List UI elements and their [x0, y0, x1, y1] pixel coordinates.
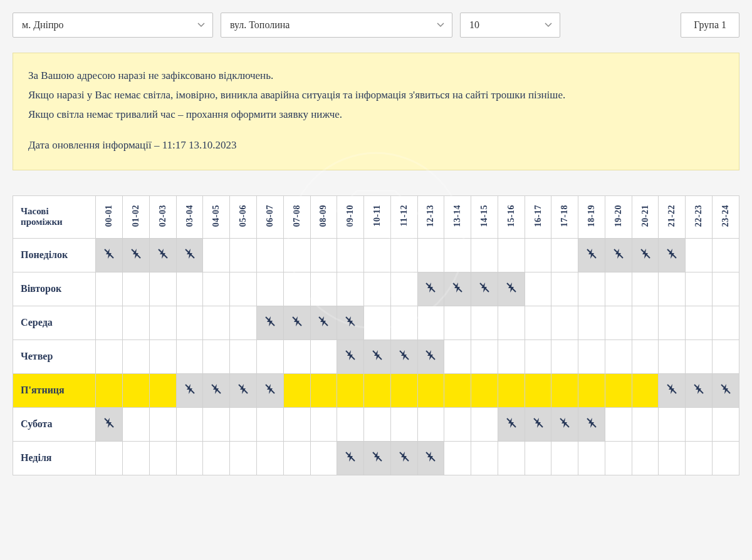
time-slot-label: 00-01 — [104, 202, 114, 229]
time-cell — [176, 373, 203, 407]
time-cell — [123, 373, 150, 407]
outage-icon — [344, 454, 357, 465]
time-column-header: 13-14 — [444, 195, 471, 238]
time-slot-label: 02-03 — [158, 202, 168, 229]
time-cell — [230, 306, 257, 340]
time-cell — [686, 306, 713, 340]
time-cell — [256, 373, 283, 407]
time-cell — [713, 306, 739, 340]
time-cell — [256, 306, 283, 340]
time-cell — [256, 340, 283, 373]
time-cell — [123, 407, 150, 441]
time-cell — [498, 272, 525, 306]
time-cell — [632, 407, 659, 441]
time-cell — [123, 441, 150, 475]
time-cell — [123, 238, 150, 272]
time-cell — [256, 441, 283, 475]
outage-icon — [424, 353, 437, 363]
time-cell — [96, 306, 123, 340]
time-cell — [605, 238, 632, 272]
time-cell — [471, 441, 498, 475]
time-cell — [364, 272, 391, 306]
time-slot-label: 19-20 — [614, 202, 624, 229]
time-cell — [176, 340, 203, 373]
time-slot-label: 05-06 — [238, 202, 248, 229]
outage-icon — [612, 251, 625, 262]
outage-icon — [130, 251, 142, 262]
outage-schedule-table: Часові проміжки00-0101-0202-0303-0404-05… — [13, 195, 739, 475]
outage-icon — [317, 319, 330, 329]
time-slot-label: 06-07 — [265, 202, 275, 229]
time-slot-label: 03-04 — [185, 202, 195, 229]
time-column-header: 01-02 — [123, 195, 150, 238]
day-label: Понеділок — [13, 238, 96, 272]
table-row: Неділя — [13, 441, 739, 475]
time-cell — [230, 373, 257, 407]
time-slot-label: 10-11 — [372, 202, 382, 229]
time-cell — [310, 238, 337, 272]
notice-line-2: Якщо наразі у Вас немає світла, імовірно… — [28, 86, 724, 105]
chevron-down-icon — [437, 23, 444, 28]
time-cell — [578, 272, 605, 306]
time-slot-label: 07-08 — [292, 202, 302, 229]
time-cell — [283, 340, 310, 373]
table-header: Часові проміжки00-0101-0202-0303-0404-05… — [13, 195, 739, 238]
outage-icon — [478, 285, 491, 296]
time-cell — [230, 272, 257, 306]
time-cell — [471, 272, 498, 306]
street-select[interactable]: вул. Тополина — [221, 13, 452, 38]
day-label: Субота — [13, 407, 96, 441]
time-cell — [283, 373, 310, 407]
time-cell — [310, 340, 337, 373]
time-cell — [230, 407, 257, 441]
day-label: Неділя — [13, 441, 96, 475]
time-cell — [444, 272, 471, 306]
time-column-header: 09-10 — [337, 195, 364, 238]
time-cell — [498, 238, 525, 272]
time-column-header: 18-19 — [578, 195, 605, 238]
day-label: Четвер — [13, 340, 96, 373]
time-cell — [230, 340, 257, 373]
time-cell — [659, 272, 686, 306]
time-cell — [123, 306, 150, 340]
outage-icon — [291, 319, 303, 329]
time-cell — [551, 306, 578, 340]
time-cell — [713, 373, 739, 407]
time-cell — [176, 441, 203, 475]
time-cell — [632, 340, 659, 373]
group-label: Група 1 — [694, 19, 726, 30]
time-cell — [149, 373, 176, 407]
notice-line-1: За Вашою адресою наразі не зафіксовано в… — [28, 67, 724, 85]
outage-icon — [692, 386, 705, 397]
time-cell — [176, 272, 203, 306]
time-cell — [525, 238, 551, 272]
time-cell — [176, 238, 203, 272]
time-cell — [498, 306, 525, 340]
time-column-header: 04-05 — [203, 195, 230, 238]
time-cell — [96, 407, 123, 441]
time-cell — [310, 272, 337, 306]
time-column-header: 00-01 — [96, 195, 123, 238]
notice-update-date: Дата оновлення інформації – 11:17 13.10.… — [28, 137, 724, 155]
house-select[interactable]: 10 — [460, 13, 560, 38]
chevron-down-icon — [197, 23, 205, 28]
time-cell — [390, 238, 417, 272]
time-cell — [230, 441, 257, 475]
outage-icon — [184, 251, 196, 262]
time-cell — [686, 238, 713, 272]
city-select[interactable]: м. Дніпро — [13, 13, 213, 38]
time-cell — [605, 373, 632, 407]
time-column-header: 08-09 — [310, 195, 337, 238]
time-column-header: 20-21 — [632, 195, 659, 238]
filters-row: м. Дніпро вул. Тополина 10 Група 1 — [13, 13, 739, 38]
time-cell — [551, 340, 578, 373]
time-cell — [96, 272, 123, 306]
time-column-header: 21-22 — [659, 195, 686, 238]
time-cell — [390, 407, 417, 441]
outage-icon — [398, 353, 410, 363]
time-slot-label: 23-24 — [721, 202, 731, 229]
table-row: Понеділок — [13, 238, 739, 272]
outage-icon — [558, 420, 571, 431]
time-cell — [659, 373, 686, 407]
time-cell — [390, 373, 417, 407]
